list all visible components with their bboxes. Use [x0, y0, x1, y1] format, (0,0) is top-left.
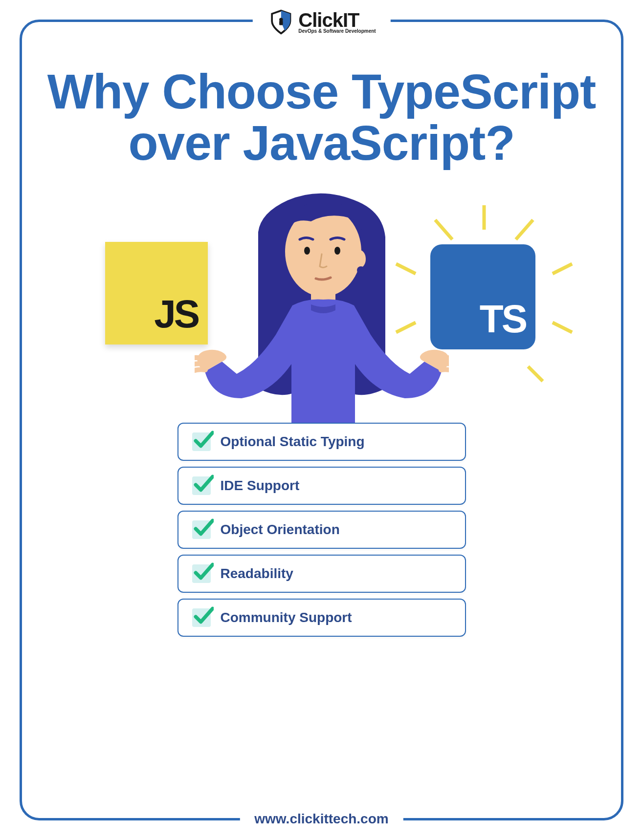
feature-item: Optional Static Typing	[177, 423, 466, 461]
features-list: Optional Static Typing IDE Support Objec…	[177, 423, 466, 637]
svg-line-10	[528, 366, 543, 381]
person-illustration-icon	[195, 183, 449, 457]
checkmark-icon	[192, 608, 211, 627]
javascript-label: JS	[154, 292, 198, 337]
svg-line-8	[553, 323, 572, 332]
svg-point-13	[354, 250, 366, 268]
feature-label: Object Orientation	[221, 522, 340, 538]
checkmark-icon	[192, 520, 211, 539]
footer: www.clickittech.com	[240, 811, 403, 827]
feature-label: Readability	[221, 566, 293, 582]
svg-point-14	[357, 266, 365, 274]
content-frame: ClickIT DevOps & Software Development Wh…	[20, 20, 623, 820]
feature-item: Object Orientation	[177, 511, 466, 549]
logo-name: ClickIT	[298, 11, 376, 29]
page-container: ClickIT DevOps & Software Development Wh…	[0, 0, 643, 840]
svg-point-16	[334, 247, 340, 255]
feature-label: IDE Support	[221, 478, 300, 494]
shield-icon	[267, 8, 294, 36]
javascript-logo: JS	[105, 242, 208, 345]
feature-label: Community Support	[221, 610, 352, 625]
svg-rect-1	[279, 21, 283, 25]
typescript-label: TS	[480, 297, 526, 342]
svg-line-4	[516, 220, 533, 239]
feature-item: IDE Support	[177, 467, 466, 505]
logo: ClickIT DevOps & Software Development	[252, 8, 390, 36]
feature-item: Readability	[177, 555, 466, 593]
page-title: Why Choose TypeScript over JavaScript?	[22, 66, 621, 169]
logo-text: ClickIT DevOps & Software Development	[298, 11, 376, 33]
svg-point-15	[304, 247, 310, 255]
svg-line-6	[553, 264, 572, 274]
feature-item: Community Support	[177, 599, 466, 637]
checkmark-icon	[192, 476, 211, 495]
checkmark-icon	[192, 432, 211, 451]
checkmark-icon	[192, 564, 211, 583]
logo-tagline: DevOps & Software Development	[298, 29, 376, 33]
feature-label: Optional Static Typing	[221, 434, 365, 450]
footer-url: www.clickittech.com	[254, 811, 388, 826]
illustration: JS TS	[22, 183, 621, 457]
